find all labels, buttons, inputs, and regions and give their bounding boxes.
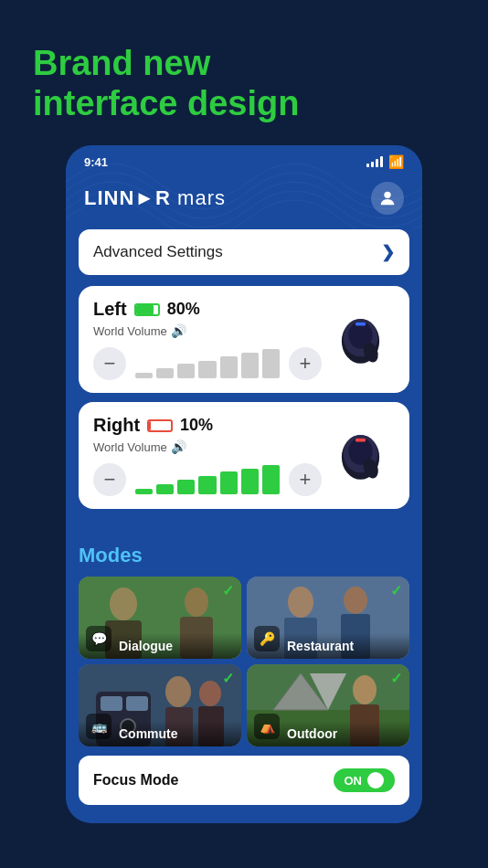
svg-point-0 (384, 192, 390, 198)
left-volume-plus[interactable]: + (289, 347, 322, 380)
modes-title: Modes (79, 544, 409, 567)
hero-title-line1: Brand new (33, 44, 210, 82)
dialogue-check-icon: ✓ (222, 582, 234, 599)
commute-mode-label: Commute (119, 726, 178, 741)
restaurant-check-icon: ✓ (390, 582, 402, 599)
restaurant-mode-icon: 🔑 (254, 626, 280, 651)
user-avatar[interactable] (371, 182, 404, 215)
mode-outdoor[interactable]: ✓ ⛺ Outdoor (247, 664, 409, 746)
focus-mode-bar[interactable]: Focus Mode ON (79, 756, 409, 805)
hero-title-line2: interface design (33, 84, 299, 122)
status-bar: 9:41 📶 (66, 145, 422, 175)
hero-section: Brand new interface design (0, 0, 488, 145)
left-volume-minus[interactable]: − (93, 347, 126, 380)
left-world-volume: World Volume 🔊 (93, 323, 322, 338)
right-volume-plus[interactable]: + (289, 463, 322, 496)
content-area: Advanced Settings ❯ Left 80% (66, 229, 422, 533)
status-icons: 📶 (366, 154, 404, 169)
toggle-circle (367, 772, 384, 789)
outdoor-check-icon: ✓ (390, 670, 402, 687)
left-battery-icon (134, 303, 160, 316)
left-volume-control: − + (93, 347, 322, 380)
hero-title: Brand new interface design (33, 44, 455, 123)
advanced-settings-label: Advanced Settings (93, 243, 223, 261)
commute-check-icon: ✓ (222, 670, 234, 687)
wifi-icon: 📶 (388, 154, 404, 169)
left-volume-bars (135, 349, 280, 378)
commute-mode-icon: 🚌 (86, 714, 111, 739)
left-earbud-card: Left 80% World Volume 🔊 (79, 286, 409, 393)
right-speaker-icon: 🔊 (171, 439, 186, 454)
svg-rect-9 (355, 439, 366, 442)
right-earbud-image (322, 421, 395, 490)
speaker-icon: 🔊 (171, 323, 186, 338)
left-battery-percent: 80% (167, 300, 200, 319)
mode-dialogue[interactable]: ✓ 💬 Dialogue (79, 577, 241, 659)
status-time: 9:41 (84, 155, 108, 169)
modes-grid: ✓ 💬 Dialogue (79, 577, 409, 746)
chevron-right-icon: ❯ (381, 242, 395, 262)
dialogue-mode-icon: 💬 (86, 626, 111, 651)
modes-section: Modes ✓ 💬 Dial (66, 533, 422, 746)
advanced-settings-button[interactable]: Advanced Settings ❯ (79, 229, 409, 275)
left-earbud-image (322, 305, 395, 374)
right-world-volume: World Volume 🔊 (93, 439, 322, 454)
outdoor-mode-label: Outdoor (287, 726, 337, 741)
toggle-label: ON (345, 774, 363, 788)
left-earbud-label: Left (93, 299, 127, 320)
right-earbud-card: Right 10% World Volume 🔊 (79, 402, 409, 509)
app-header: LINN►R mars (66, 175, 422, 229)
signal-icon (366, 156, 383, 167)
app-logo: LINN►R mars (84, 186, 226, 210)
focus-mode-toggle[interactable]: ON (334, 768, 396, 792)
restaurant-mode-label: Restaurant (287, 639, 354, 653)
right-earbud-label: Right (93, 415, 140, 436)
phone-frame: 9:41 📶 LINN►R mars Advanced Settings (66, 145, 422, 823)
right-volume-minus[interactable]: − (93, 463, 126, 496)
bottom-spacer (66, 805, 422, 823)
outdoor-mode-icon: ⛺ (254, 714, 280, 739)
right-battery-percent: 10% (180, 416, 213, 435)
focus-mode-label: Focus Mode (93, 772, 178, 789)
dialogue-mode-label: Dialogue (119, 639, 173, 653)
right-volume-control: − + (93, 463, 322, 496)
right-battery-icon (147, 419, 173, 432)
svg-rect-4 (355, 323, 366, 326)
mode-commute[interactable]: ✓ 🚌 Commute (79, 664, 241, 746)
mode-restaurant[interactable]: ✓ 🔑 Restaurant (247, 577, 409, 659)
right-volume-bars (135, 465, 280, 494)
